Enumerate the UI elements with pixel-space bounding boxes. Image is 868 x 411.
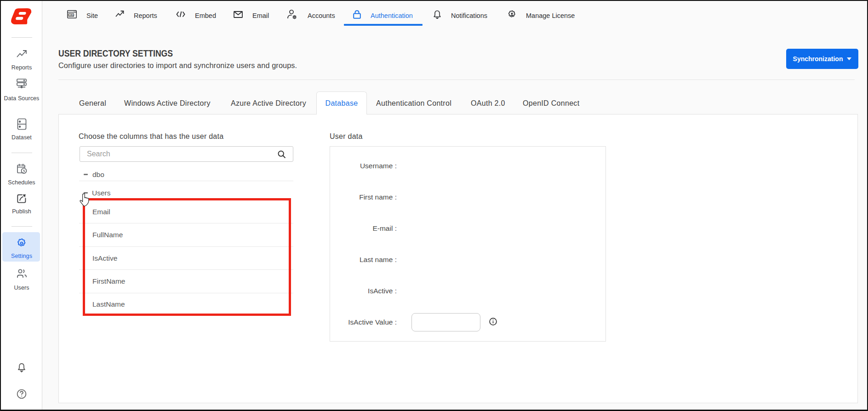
svg-text:URL: URL [69,14,74,17]
